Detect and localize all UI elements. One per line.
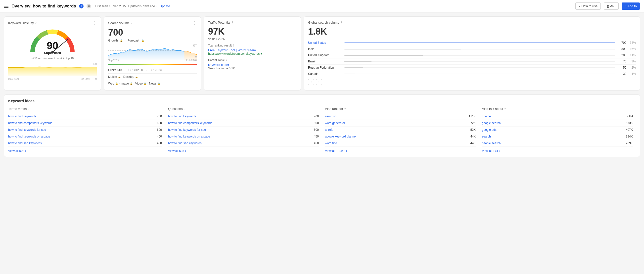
ki-item-link[interactable]: ahrefs (325, 128, 333, 132)
gsv-pct: 2% (628, 66, 636, 69)
ki-col-also_rank_for: Also rank for ? semrush 111K word genera… (322, 107, 479, 153)
ki-item-value: 72K (470, 121, 476, 125)
gsv-help-icon[interactable]: ? (340, 21, 342, 24)
sv-progress-bar (108, 64, 197, 65)
ki-item-link[interactable]: how to find keywords on a page (8, 135, 50, 138)
ki-item-link[interactable]: how to find keywords for seo (168, 128, 206, 132)
ki-row-2: how to find keywords for seo 600 (168, 126, 319, 133)
ki-item-link[interactable]: search (482, 135, 491, 138)
tp-parent-link[interactable]: keyword finder (208, 63, 297, 67)
ki-item-link[interactable]: how to find keywords (168, 114, 196, 118)
tp-top-result-link[interactable]: Free Keyword Tool | WordStream (208, 48, 297, 52)
sv-menu-icon[interactable]: ⋮ (193, 21, 197, 25)
gsv-table: United States 700 38% India 300 16% Unit… (308, 40, 636, 77)
ki-item-link[interactable]: how to find competitors keywords (8, 121, 52, 125)
ki-col-also_talk_about: Also talk about ? google 41M google sear… (479, 107, 636, 153)
kd-menu-icon[interactable]: ⋮ (93, 21, 97, 25)
gsv-country-name: Russian Federation (308, 66, 340, 69)
ki-item-link[interactable]: google (482, 114, 491, 118)
badge-i: I (79, 4, 84, 8)
gsv-country-name: United Kingdom (308, 54, 340, 57)
ki-col-questions: Questions ? how to find keywords 700 how… (165, 107, 322, 153)
sv-date-end: Feb 2026 (186, 59, 197, 62)
ki-item-link[interactable]: how to find competitors keywords (168, 121, 212, 125)
api-button[interactable]: {} API (604, 2, 619, 10)
gsv-row-4[interactable]: Russian Federation 50 2% (308, 65, 636, 71)
kd-chart-dates: May 2021 Feb 2025 0 (8, 78, 97, 80)
sv-date-start: Sep 2015 (108, 59, 119, 62)
ki-item-link[interactable]: word generator (325, 121, 345, 125)
ki-view-all-questions[interactable]: View all 593 › (168, 149, 319, 153)
ki-item-value: 44K (470, 135, 476, 138)
gsv-row-1[interactable]: India 300 16% (308, 46, 636, 52)
sv-clicks: Clicks 613 (108, 68, 122, 72)
ki-item-link[interactable]: google ads (482, 128, 496, 132)
sv-trend-chart: 927 0 Sep 2015 Feb 2026 (108, 44, 197, 62)
gsv-count: 70 (619, 60, 626, 63)
arrow-right-icon: › (25, 149, 26, 153)
ki-row-0: how to find keywords 700 (8, 113, 162, 120)
gsv-prev-button[interactable]: ‹ (308, 79, 314, 85)
ki-help-icon[interactable]: ? (184, 108, 185, 110)
gauge-value: 90 Super hard (44, 40, 61, 55)
ki-row-4: word find 44K (325, 140, 476, 147)
gsv-row-5[interactable]: Canada 30 1% (308, 71, 636, 77)
ki-item-link[interactable]: semrush (325, 114, 336, 118)
tp-help-icon-2[interactable]: ? (233, 44, 234, 47)
gsv-pct: 16% (628, 47, 636, 51)
keyword-ideas-title: Keyword ideas (8, 99, 636, 103)
badge-c: C (86, 4, 91, 8)
gsv-title: Global search volume (308, 21, 340, 24)
ki-view-all-also_talk_about[interactable]: View all 174 › (482, 149, 633, 153)
hamburger-menu[interactable] (4, 5, 8, 8)
dropdown-icon[interactable]: ▾ (260, 52, 262, 56)
ki-item-link[interactable]: how to find keywords for seo (8, 128, 46, 132)
add-to-button[interactable]: + Add to (622, 2, 640, 10)
ki-item-value: 450 (314, 135, 319, 138)
ki-item-value: 111K (469, 114, 476, 118)
sv-forecast[interactable]: Forecast (128, 39, 139, 42)
tp-parent-help-icon[interactable]: ? (226, 59, 227, 62)
gsv-pct: 38% (628, 41, 636, 44)
kd-help-icon[interactable]: ? (35, 22, 36, 25)
sv-help-icon[interactable]: ? (131, 22, 132, 25)
ki-view-all-terms_match[interactable]: View all 593 › (8, 149, 162, 153)
ki-col-header-questions: Questions ? (168, 107, 319, 111)
ki-item-link[interactable]: how to find keywords on a page (168, 135, 210, 138)
ki-item-value: 700 (314, 114, 319, 118)
gsv-row-0[interactable]: United States 700 38% (308, 40, 636, 46)
tp-help-icon[interactable]: ? (232, 21, 233, 24)
ki-view-all-also_rank_for[interactable]: View all 19,448 › (325, 149, 476, 153)
ki-col-header-also_talk_about: Also talk about ? (482, 107, 633, 111)
ki-help-icon[interactable]: ? (28, 108, 29, 110)
ki-item-value: 700 (157, 114, 162, 118)
ki-item-link[interactable]: how to find keywords (8, 114, 36, 118)
ki-item-link[interactable]: word find (325, 142, 337, 145)
ki-help-icon[interactable]: ? (344, 108, 346, 110)
keyword-difficulty-title: Keyword Difficulty (8, 21, 34, 25)
ki-row-1: how to find competitors keywords 600 (8, 120, 162, 126)
ki-item-link[interactable]: google keyword planner (325, 135, 356, 138)
sv-growth[interactable]: Growth (108, 39, 118, 42)
header: Overview: how to find keywords I C First… (0, 0, 644, 12)
gsv-row-2[interactable]: United Kingdom 200 11% (308, 52, 636, 58)
gauge-label: Super hard (44, 51, 61, 55)
lock-icon-6: 🔒 (130, 82, 133, 85)
ki-item-link[interactable]: people search (482, 142, 500, 145)
ki-item-link[interactable]: how to find seo keywords (8, 142, 42, 145)
ki-item-link[interactable]: google search (482, 121, 500, 125)
ki-item-value: 41M (627, 114, 633, 118)
header-actions: ? How to use {} API + Add to (575, 2, 640, 10)
gsv-bar (344, 74, 355, 74)
gsv-count: 700 (619, 41, 626, 44)
ki-item-link[interactable]: how to find seo keywords (168, 142, 202, 145)
ki-row-1: how to find competitors keywords 600 (168, 120, 319, 126)
gsv-next-button[interactable]: › (316, 79, 322, 85)
gsv-country-name: Canada (308, 72, 340, 76)
ki-row-4: how to find seo keywords 450 (8, 140, 162, 147)
how-to-use-button[interactable]: ? How to use (575, 2, 601, 10)
ki-row-1: google search 573K (482, 120, 633, 126)
update-link[interactable]: Update (160, 4, 170, 8)
gsv-row-3[interactable]: Brazil 70 3% (308, 58, 636, 65)
ki-help-icon[interactable]: ? (504, 108, 506, 110)
